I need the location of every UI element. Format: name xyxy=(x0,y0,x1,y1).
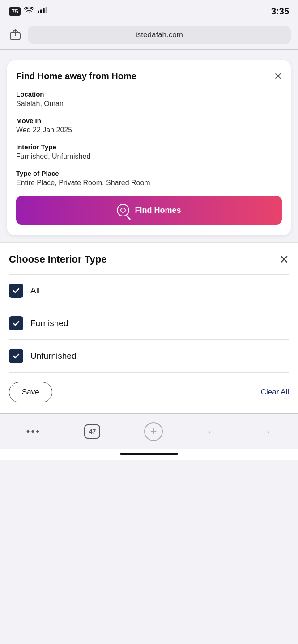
svg-rect-0 xyxy=(38,10,39,13)
checkbox-item-furnished[interactable]: Furnished xyxy=(9,307,289,340)
location-label: Location xyxy=(16,90,282,98)
new-tab-button[interactable]: + xyxy=(139,419,168,445)
close-card-button[interactable]: ✕ xyxy=(274,72,282,81)
search-card: Find Home away from Home ✕ Location Sala… xyxy=(7,60,291,235)
forward-button[interactable]: → xyxy=(255,422,277,441)
signal-icon xyxy=(38,7,47,16)
type-of-place-field: Type of Place Entire Place, Private Room… xyxy=(16,169,282,187)
card-header: Find Home away from Home ✕ xyxy=(16,71,282,81)
move-in-field: Move In Wed 22 Jan 2025 xyxy=(16,117,282,134)
location-value: Salalah, Oman xyxy=(16,100,282,108)
panel-header: Choose Interior Type ✕ xyxy=(9,254,289,265)
checkmark-unfurnished-icon xyxy=(12,352,20,360)
share-button[interactable] xyxy=(7,26,23,44)
svg-rect-3 xyxy=(46,7,47,13)
svg-rect-1 xyxy=(40,9,42,13)
url-input[interactable] xyxy=(28,26,291,44)
checkbox-furnished-box xyxy=(9,316,23,330)
status-time: 3:35 xyxy=(271,6,289,17)
interior-panel: Choose Interior Type ✕ All Furnished xyxy=(0,242,298,373)
checkbox-unfurnished-box xyxy=(9,349,23,363)
back-arrow-icon: ← xyxy=(207,425,217,438)
dots-icon: ••• xyxy=(26,426,41,437)
type-of-place-label: Type of Place xyxy=(16,169,282,177)
checkbox-furnished-label: Furnished xyxy=(30,318,68,328)
svg-rect-2 xyxy=(43,8,45,13)
move-in-label: Move In xyxy=(16,117,282,124)
card-title: Find Home away from Home xyxy=(16,71,136,81)
checkmark-furnished-icon xyxy=(12,319,20,327)
checkmark-all-icon xyxy=(12,287,20,295)
browser-bar xyxy=(0,22,298,49)
checkbox-item-all[interactable]: All xyxy=(9,275,289,307)
checkbox-all-label: All xyxy=(30,286,40,296)
tabs-badge: 47 xyxy=(84,424,100,439)
home-bar xyxy=(120,453,178,455)
checkbox-unfurnished-label: Unfurnished xyxy=(30,351,76,361)
close-panel-button[interactable]: ✕ xyxy=(279,254,289,265)
action-row: Save Clear All xyxy=(0,373,298,413)
wifi-icon xyxy=(24,7,34,16)
interior-type-value: Furnished, Unfurnished xyxy=(16,153,282,161)
clear-all-button[interactable]: Clear All xyxy=(261,388,289,397)
battery-icon: 75 xyxy=(9,7,21,16)
panel-title: Choose Interior Type xyxy=(9,254,106,265)
home-indicator xyxy=(0,449,298,460)
main-content: Find Home away from Home ✕ Location Sala… xyxy=(0,50,298,242)
interior-type-label: Interior Type xyxy=(16,143,282,151)
menu-dots-button[interactable]: ••• xyxy=(21,422,46,441)
tabs-button[interactable]: 47 xyxy=(79,421,106,442)
status-left: 75 xyxy=(9,7,47,16)
back-button[interactable]: ← xyxy=(201,422,223,441)
checkbox-all-box xyxy=(9,284,23,298)
find-homes-button[interactable]: Find Homes xyxy=(16,196,282,225)
plus-icon: + xyxy=(144,422,163,441)
save-button[interactable]: Save xyxy=(9,382,52,402)
forward-arrow-icon: → xyxy=(261,425,272,438)
search-icon xyxy=(117,204,129,216)
move-in-value: Wed 22 Jan 2025 xyxy=(16,126,282,134)
search-inner xyxy=(120,208,126,213)
find-homes-label: Find Homes xyxy=(135,206,181,215)
checkbox-item-unfurnished[interactable]: Unfurnished xyxy=(9,340,289,373)
bottom-nav: ••• 47 + ← → xyxy=(0,413,298,449)
interior-type-field: Interior Type Furnished, Unfurnished xyxy=(16,143,282,161)
location-field: Location Salalah, Oman xyxy=(16,90,282,108)
type-of-place-value: Entire Place, Private Room, Shared Room xyxy=(16,179,282,187)
checkbox-list: All Furnished Unfurnished xyxy=(9,274,289,373)
status-bar: 75 3:35 xyxy=(0,0,298,22)
